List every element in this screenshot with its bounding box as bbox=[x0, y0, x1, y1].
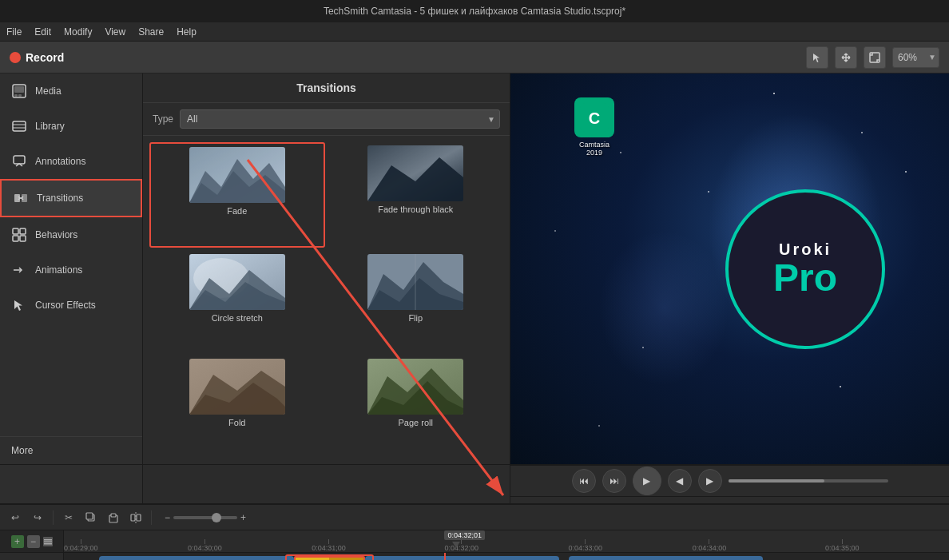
svg-rect-8 bbox=[14, 156, 25, 164]
star bbox=[905, 171, 907, 173]
transition-thumb-fold bbox=[189, 359, 285, 415]
playhead-line bbox=[444, 553, 446, 560]
ruler-mark-2: 0:04:31;00 bbox=[312, 539, 346, 552]
sidebar-item-cursor-effects[interactable]: Cursor Effects bbox=[0, 288, 142, 323]
filter-select[interactable]: All Fade 3D Motion Blur bbox=[180, 109, 500, 129]
title-bar: TechSmith Camtasia - 5 фишек и лайфхаков… bbox=[0, 0, 949, 22]
clip-2-bg: Pro Uroki_Pro_4b4 bbox=[365, 556, 560, 560]
ruler-label-4: 0:04:33;00 bbox=[569, 544, 603, 552]
split-button[interactable] bbox=[127, 509, 145, 526]
sidebar-item-behaviors[interactable]: Behaviors bbox=[0, 217, 142, 252]
zoom-handle[interactable] bbox=[212, 513, 221, 522]
clip-3[interactable]: Pro Uroki_Pro_4b4 bbox=[569, 556, 764, 560]
transition-clip[interactable] bbox=[294, 556, 365, 560]
remove-track-button[interactable]: − bbox=[27, 535, 40, 548]
zoom-plus-icon[interactable]: + bbox=[240, 512, 246, 523]
ruler-label-0: 0:04:29;00 bbox=[64, 544, 98, 552]
media-icon bbox=[11, 83, 27, 99]
uroki-bottom-text: Pro bbox=[773, 259, 837, 297]
preview-area: C Camtasia2019 Uroki Pro bbox=[510, 73, 949, 464]
svg-rect-39 bbox=[86, 513, 93, 519]
progress-bar[interactable] bbox=[729, 479, 888, 483]
move-tool-button[interactable] bbox=[835, 46, 857, 69]
separator-2 bbox=[151, 510, 152, 525]
select-tool-button[interactable] bbox=[806, 46, 828, 69]
transition-label-flip: Flip bbox=[408, 313, 423, 323]
sidebar-item-transitions[interactable]: Transitions bbox=[0, 179, 142, 217]
clip-1[interactable]: Pro Uroki_Pro_4b4 bbox=[99, 556, 294, 560]
transport-bar: ⏮ ⏭ ▶ ◀ ▶ bbox=[510, 465, 949, 497]
menu-file[interactable]: File bbox=[6, 26, 22, 38]
track-label-track7: Track 7 bbox=[0, 553, 63, 560]
menu-edit[interactable]: Edit bbox=[34, 26, 51, 38]
timeline-ruler: 0:04:32;01 0:04:29;00 0:04:30;00 0:04:31… bbox=[64, 530, 949, 553]
svg-rect-41 bbox=[111, 514, 116, 517]
ruler-mark-0: 0:04:29;00 bbox=[64, 539, 98, 552]
svg-rect-45 bbox=[44, 539, 52, 541]
desktop-icon-img: C bbox=[574, 97, 614, 137]
transition-item-page-roll[interactable]: Page roll bbox=[328, 355, 504, 458]
track-options-icon[interactable] bbox=[43, 537, 53, 546]
transition-label-page-roll: Page roll bbox=[399, 418, 433, 427]
ruler-mark-5: 0:04:34;00 bbox=[693, 539, 727, 552]
sidebar-item-annotations[interactable]: Annotations bbox=[0, 144, 142, 179]
sidebar-item-animations[interactable]: Animations bbox=[0, 252, 142, 288]
transition-thumb-fade bbox=[189, 147, 285, 203]
transition-item-fade[interactable]: Fade bbox=[149, 142, 325, 248]
zoom-slider[interactable] bbox=[173, 516, 237, 519]
svg-rect-4 bbox=[18, 94, 22, 97]
track-7-row: Pro Uroki_Pro_4b4 Pro U bbox=[64, 553, 949, 560]
undo-button[interactable]: ↩ bbox=[6, 509, 24, 526]
transition-label-fold: Fold bbox=[228, 418, 245, 427]
library-icon bbox=[11, 118, 27, 134]
redo-button[interactable]: ↪ bbox=[29, 509, 46, 526]
sidebar-more-button[interactable]: More bbox=[0, 436, 142, 464]
clip-2[interactable]: Pro Uroki_Pro_4b4 bbox=[365, 556, 560, 560]
svg-rect-42 bbox=[131, 514, 135, 521]
sidebar-item-media[interactable]: Media bbox=[0, 73, 142, 109]
svg-rect-43 bbox=[137, 514, 141, 521]
zoom-minus-icon[interactable]: − bbox=[165, 512, 170, 523]
record-label: Record bbox=[26, 51, 64, 64]
zoom-select[interactable]: 60% 25% 50% 75% 100% bbox=[892, 47, 939, 68]
add-track-button[interactable]: + bbox=[11, 535, 24, 548]
record-button[interactable]: Record bbox=[10, 51, 64, 64]
menu-help[interactable]: Help bbox=[177, 26, 197, 38]
sidebar-item-library[interactable]: Library bbox=[0, 109, 142, 144]
menu-modify[interactable]: Modify bbox=[64, 26, 92, 38]
sidebar-more-label: More bbox=[11, 445, 33, 456]
transition-label-circle-stretch: Circle stretch bbox=[212, 313, 263, 323]
cut-button[interactable]: ✂ bbox=[60, 509, 77, 526]
transition-label-fade: Fade bbox=[227, 206, 247, 216]
transition-thumb-fade-through-black bbox=[367, 145, 463, 201]
sidebar: Media Library Annotations Transitions Be… bbox=[0, 73, 143, 464]
crop-tool-button[interactable] bbox=[864, 46, 886, 69]
transition-label-fade-through-black: Fade through black bbox=[378, 205, 453, 214]
play-button[interactable]: ▶ bbox=[633, 467, 661, 495]
transition-item-flip[interactable]: Flip bbox=[328, 251, 504, 353]
sidebar-label-cursor-effects: Cursor Effects bbox=[35, 300, 96, 311]
star bbox=[773, 93, 775, 94]
star bbox=[861, 132, 863, 133]
svg-rect-0 bbox=[870, 53, 880, 62]
rewind-to-start-button[interactable]: ⏮ bbox=[572, 469, 596, 493]
menu-share[interactable]: Share bbox=[138, 26, 164, 38]
transition-item-fade-through-black[interactable]: Fade through black bbox=[328, 142, 504, 248]
next-button[interactable]: ▶ bbox=[698, 469, 722, 493]
svg-rect-47 bbox=[44, 543, 52, 545]
paste-button[interactable] bbox=[105, 509, 122, 526]
step-back-button[interactable]: ⏭ bbox=[602, 469, 626, 493]
transition-thumb-circle-stretch bbox=[189, 254, 285, 310]
track-controls: + − bbox=[0, 530, 63, 553]
prev-button[interactable]: ◀ bbox=[668, 469, 692, 493]
zoom-wrapper: 60% 25% 50% 75% 100% ▼ bbox=[892, 47, 939, 68]
menu-view[interactable]: View bbox=[105, 26, 125, 38]
panel-title: Transitions bbox=[296, 81, 356, 94]
transition-item-fold[interactable]: Fold bbox=[149, 355, 325, 458]
copy-button[interactable] bbox=[82, 509, 100, 526]
sidebar-label-media: Media bbox=[35, 85, 62, 97]
svg-rect-21 bbox=[367, 145, 463, 201]
transition-item-circle-stretch[interactable]: Circle stretch bbox=[149, 251, 325, 353]
uroki-circle: Uroki Pro bbox=[725, 189, 885, 349]
sidebar-label-transitions: Transitions bbox=[37, 193, 83, 204]
